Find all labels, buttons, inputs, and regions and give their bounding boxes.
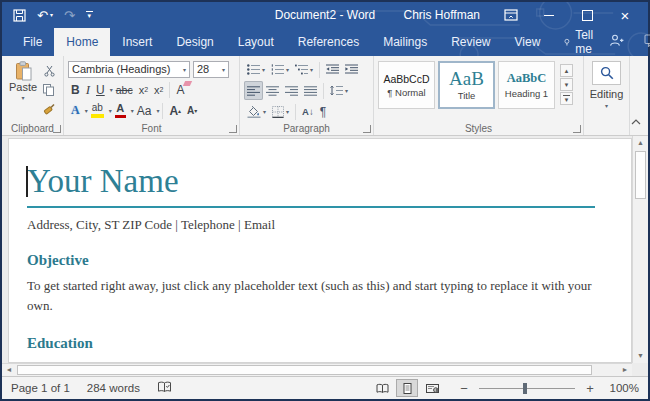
tab-layout[interactable]: Layout — [226, 28, 286, 56]
collapse-ribbon-button[interactable] — [631, 111, 641, 129]
cut-button[interactable] — [40, 63, 58, 78]
multilevel-arrow-icon[interactable]: ▾ — [310, 66, 313, 73]
restore-button[interactable] — [580, 8, 594, 22]
tab-insert[interactable]: Insert — [110, 28, 164, 56]
tab-mailings[interactable]: Mailings — [371, 28, 439, 56]
signed-in-user[interactable]: Chris Hoffman — [404, 8, 480, 22]
numbering-arrow-icon[interactable]: ▾ — [286, 66, 289, 73]
scroll-right-button[interactable]: ► — [618, 364, 632, 376]
font-family-combobox[interactable]: Cambria (Headings)▾ — [68, 61, 190, 78]
print-layout-button[interactable] — [396, 379, 418, 397]
proofing-button[interactable] — [157, 381, 172, 395]
format-painter-button[interactable] — [40, 101, 58, 116]
ribbon-display-options-button[interactable] — [504, 8, 518, 22]
styles-scroll-down-button[interactable]: ▼ — [560, 78, 573, 91]
contact-line[interactable]: Address, City, ST ZIP Code | Telephone |… — [27, 217, 595, 233]
style-heading1[interactable]: AaBbC Heading 1 — [498, 61, 555, 109]
objective-heading[interactable]: Objective — [27, 252, 595, 269]
bullets-button[interactable]: ▾ — [244, 60, 268, 79]
clear-formatting-button[interactable]: A — [173, 80, 187, 99]
text-effects-button[interactable]: A — [68, 101, 83, 120]
font-size-combobox[interactable]: 28▾ — [193, 61, 229, 78]
style-normal[interactable]: AaBbCcD ¶ Normal — [378, 61, 435, 109]
save-button[interactable] — [13, 9, 26, 22]
grow-font-button[interactable]: A▴ — [166, 101, 184, 120]
paragraph-dialog-launcher[interactable] — [363, 125, 371, 133]
education-heading[interactable]: Education — [27, 335, 595, 352]
align-right-button[interactable] — [282, 81, 301, 100]
tab-references[interactable]: References — [286, 28, 371, 56]
customize-quick-access-button[interactable]: ▾ — [86, 11, 93, 19]
page-indicator[interactable]: Page 1 of 1 — [11, 382, 70, 394]
zoom-slider-handle[interactable] — [523, 383, 527, 394]
find-button[interactable] — [592, 61, 621, 85]
undo-dropdown-arrow-icon[interactable]: ▾ — [50, 12, 53, 18]
shrink-font-button[interactable]: A▾ — [184, 101, 200, 120]
sort-button[interactable]: A↓ — [299, 102, 317, 121]
justify-button[interactable] — [301, 81, 320, 100]
scroll-up-button[interactable]: ▲ — [633, 136, 648, 150]
align-left-button[interactable] — [244, 81, 263, 100]
tell-me-box[interactable]: Tell me — [552, 28, 609, 56]
font-color-button[interactable]: A — [112, 101, 129, 120]
vertical-scrollbar[interactable]: ▲ ▼ — [632, 136, 648, 363]
font-dialog-launcher[interactable] — [229, 125, 237, 133]
editing-arrow-icon[interactable]: ▾ — [605, 102, 608, 109]
line-spacing-arrow-icon[interactable]: ▾ — [345, 87, 348, 94]
superscript-button[interactable]: x2 — [151, 80, 166, 99]
show-hide-button[interactable]: ¶ — [317, 102, 329, 121]
paste-dropdown-arrow-icon[interactable]: ▾ — [21, 94, 24, 101]
tab-review[interactable]: Review — [439, 28, 502, 56]
underline-button[interactable]: U — [93, 80, 108, 99]
word-count[interactable]: 284 words — [87, 382, 140, 394]
document-page[interactable]: Your Name Address, City, ST ZIP Code | T… — [8, 138, 632, 363]
increase-indent-button[interactable] — [342, 60, 361, 79]
borders-button[interactable]: ▾ — [269, 102, 292, 121]
share-button[interactable] — [609, 34, 624, 50]
borders-arrow-icon[interactable]: ▾ — [286, 108, 289, 115]
bold-button[interactable]: B — [68, 80, 83, 99]
line-spacing-button[interactable]: ▾ — [327, 81, 351, 100]
horizontal-scrollbar[interactable]: ◄ ► — [2, 363, 632, 376]
strikethrough-button[interactable]: abc — [113, 80, 136, 99]
minimize-button[interactable] — [542, 8, 556, 22]
tab-design[interactable]: Design — [164, 28, 225, 56]
tab-view[interactable]: View — [503, 28, 553, 56]
numbering-button[interactable]: ▾ — [268, 60, 292, 79]
italic-button[interactable]: I — [83, 80, 93, 99]
change-case-arrow-icon[interactable]: ▾ — [156, 107, 159, 114]
decrease-indent-button[interactable] — [323, 60, 342, 79]
style-title[interactable]: AaB Title — [438, 61, 495, 109]
styles-dialog-launcher[interactable] — [573, 125, 581, 133]
read-mode-button[interactable] — [371, 379, 393, 397]
multilevel-list-button[interactable]: ▾ — [292, 60, 316, 79]
tab-file[interactable]: File — [11, 28, 54, 56]
shading-arrow-icon[interactable]: ▾ — [263, 108, 266, 115]
web-layout-button[interactable] — [421, 379, 443, 397]
highlight-button[interactable]: ab — [88, 101, 107, 120]
tab-home[interactable]: Home — [54, 28, 110, 56]
subscript-button[interactable]: x2 — [136, 80, 151, 99]
shading-button[interactable]: ▾ — [244, 102, 269, 121]
styles-scroll-up-button[interactable]: ▲ — [560, 64, 573, 77]
horizontal-scroll-thumb[interactable] — [17, 365, 592, 375]
scroll-down-button[interactable]: ▼ — [633, 349, 648, 363]
copy-button[interactable] — [40, 82, 58, 97]
feedback-button[interactable] — [644, 34, 650, 50]
objective-body[interactable]: To get started right away, just click an… — [27, 276, 595, 316]
zoom-slider[interactable] — [479, 388, 575, 389]
vertical-scroll-thumb[interactable] — [635, 151, 646, 199]
clipboard-dialog-launcher[interactable] — [53, 125, 61, 133]
bullets-arrow-icon[interactable]: ▾ — [262, 66, 265, 73]
scroll-left-button[interactable]: ◄ — [2, 364, 16, 376]
center-button[interactable] — [263, 81, 282, 100]
undo-button[interactable]: ↶▾ — [37, 9, 53, 22]
zoom-out-button[interactable]: − — [458, 381, 470, 396]
close-button[interactable]: × — [618, 8, 632, 22]
zoom-in-button[interactable]: + — [584, 381, 596, 396]
styles-more-button[interactable]: ▼ — [560, 92, 573, 105]
paste-button[interactable]: Paste ▾ — [6, 59, 40, 122]
editing-group-label[interactable]: Editing — [590, 88, 624, 100]
zoom-level[interactable]: 100% — [605, 382, 639, 394]
change-case-button[interactable]: Aa — [134, 101, 155, 120]
